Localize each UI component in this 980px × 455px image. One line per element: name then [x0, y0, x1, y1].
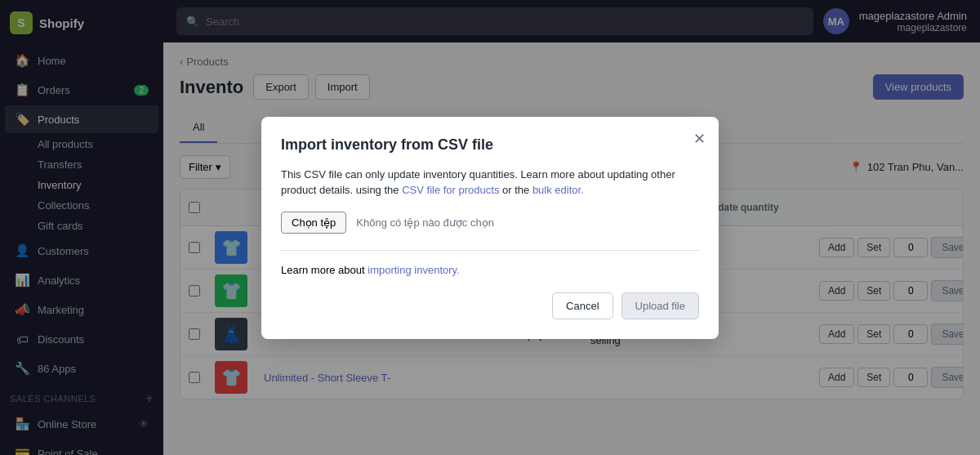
modal-description: This CSV file can only update inventory …	[281, 167, 699, 199]
file-name-text: Không có tệp nào được chọn	[356, 216, 494, 229]
modal-close-button[interactable]: ✕	[693, 130, 706, 148]
upload-file-button[interactable]: Upload file	[621, 292, 699, 319]
modal-learn-more: Learn more about importing inventory.	[281, 264, 699, 276]
modal-divider	[281, 250, 699, 251]
csv-link[interactable]: CSV file for products	[402, 184, 499, 196]
bulk-editor-link[interactable]: bulk editor.	[532, 184, 584, 196]
modal-overlay: Import inventory from CSV file ✕ This CS…	[0, 0, 980, 455]
importing-inventory-link[interactable]: importing inventory.	[368, 264, 459, 276]
file-input-row: Chọn tệp Không có tệp nào được chọn	[281, 212, 699, 234]
file-choose-button[interactable]: Chọn tệp	[281, 212, 346, 234]
modal-title: Import inventory from CSV file	[281, 136, 699, 154]
cancel-button[interactable]: Cancel	[552, 292, 612, 319]
import-modal: Import inventory from CSV file ✕ This CS…	[261, 117, 719, 339]
modal-actions: Cancel Upload file	[281, 292, 699, 319]
